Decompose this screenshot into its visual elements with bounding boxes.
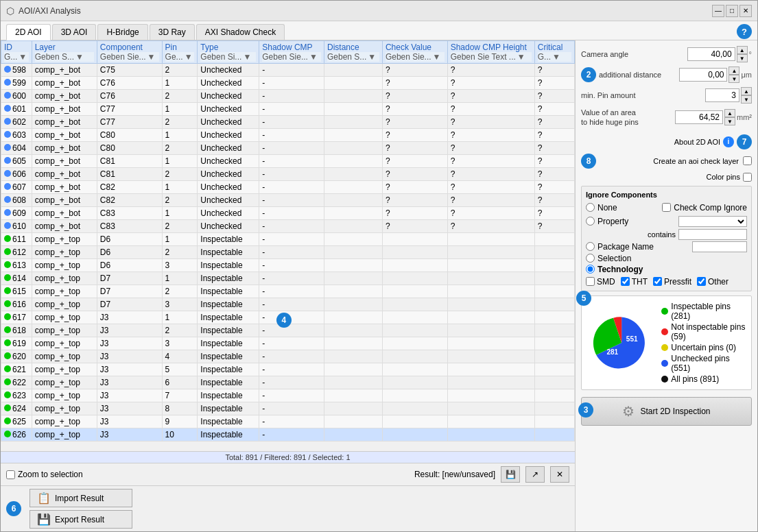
technology-radio-label[interactable]: Technology bbox=[586, 265, 747, 274]
table-row[interactable]: 599 comp_+_bot C76 1 Unchecked - ? ? ? bbox=[1, 77, 575, 90]
camera-angle-down[interactable]: ▼ bbox=[737, 54, 748, 62]
table-row[interactable]: 623 comp_+_top J3 7 Inspectable - bbox=[1, 389, 575, 402]
table-row[interactable]: 614 comp_+_top D7 1 Inspectable - bbox=[1, 272, 575, 285]
min-pin-input[interactable] bbox=[705, 88, 739, 102]
legend-not-inspectable: Not inspectable pins (59) bbox=[661, 322, 746, 341]
contains-row: contains bbox=[586, 229, 747, 240]
left-panel: 1 IDG...▼ LayerGeben S...▼ ComponentGebe… bbox=[1, 40, 576, 531]
export-button[interactable]: ↗ bbox=[525, 466, 545, 483]
pie-chart: 551 281 bbox=[587, 309, 656, 377]
pressfit-label[interactable]: Pressfit bbox=[653, 277, 691, 287]
other-checkbox[interactable] bbox=[697, 277, 706, 286]
table-row[interactable]: 624 comp_+_top J3 8 Inspectable - bbox=[1, 402, 575, 415]
export-result-button[interactable]: 💾 Export Result bbox=[29, 510, 132, 529]
tab-3dray[interactable]: 3D Ray bbox=[150, 24, 195, 40]
table-row[interactable]: 613 comp_+_top D6 3 Inspectable - bbox=[1, 259, 575, 272]
legend-all: All pins (891) bbox=[661, 374, 746, 384]
chart-label-551: 551 bbox=[626, 335, 638, 343]
maximize-button[interactable]: □ bbox=[726, 5, 738, 17]
table-row[interactable]: 622 comp_+_top J3 6 Inspectable - bbox=[1, 376, 575, 389]
table-row[interactable]: 598 comp_+_bot C75 2 Unchecked - ? ? ? bbox=[1, 64, 575, 77]
hide-pins-input[interactable] bbox=[675, 110, 723, 124]
table-container[interactable]: 1 IDG...▼ LayerGeben S...▼ ComponentGebe… bbox=[1, 40, 575, 451]
table-row[interactable]: 606 comp_+_bot C81 2 Unchecked - ? ? ? bbox=[1, 168, 575, 181]
min-pin-up[interactable]: ▲ bbox=[741, 87, 752, 95]
chart-label-281: 281 bbox=[606, 348, 618, 355]
package-name-radio[interactable] bbox=[586, 242, 595, 251]
close-button[interactable]: ✕ bbox=[739, 5, 752, 17]
table-row[interactable]: 607 comp_+_bot C82 1 Unchecked - ? ? ? bbox=[1, 181, 575, 194]
save-result-button[interactable]: 💾 bbox=[501, 466, 520, 483]
check-comp-ignore-label[interactable]: Check Comp Ignore bbox=[662, 203, 747, 213]
none-radio[interactable] bbox=[586, 203, 595, 212]
smd-checkbox[interactable] bbox=[586, 277, 595, 286]
zoom-checkbox[interactable] bbox=[6, 470, 15, 479]
package-name-input[interactable] bbox=[692, 241, 747, 252]
about-info-button[interactable]: i bbox=[723, 136, 734, 147]
property-row: Property bbox=[586, 215, 747, 228]
additional-distance-input[interactable] bbox=[679, 68, 727, 82]
table-row[interactable]: 605 comp_+_bot C81 1 Unchecked - ? ? ? bbox=[1, 155, 575, 168]
start-inspection-button[interactable]: ⚙ Start 2D Inspection bbox=[581, 397, 752, 426]
pressfit-checkbox[interactable] bbox=[653, 277, 662, 286]
add-dist-down[interactable]: ▼ bbox=[729, 75, 739, 83]
help-button[interactable]: ? bbox=[737, 24, 752, 39]
app-icon: ⬡ bbox=[6, 5, 14, 16]
table-row[interactable]: 602 comp_+_bot C77 2 Unchecked - ? ? ? bbox=[1, 116, 575, 129]
add-dist-up[interactable]: ▲ bbox=[729, 66, 739, 75]
import-result-button[interactable]: 📋 Import Result bbox=[29, 489, 132, 507]
minimize-button[interactable]: — bbox=[712, 5, 724, 17]
table-row[interactable]: 610 comp_+_bot C83 2 Unchecked - ? ? ? bbox=[1, 220, 575, 233]
property-select[interactable] bbox=[678, 216, 747, 227]
smd-label[interactable]: SMD bbox=[586, 277, 615, 287]
table-row[interactable]: 604 comp_+_bot C80 2 Unchecked - ? ? ? bbox=[1, 142, 575, 155]
table-row[interactable]: 621 comp_+_top J3 5 Inspectable - bbox=[1, 363, 575, 376]
camera-angle-up[interactable]: ▲ bbox=[737, 46, 748, 54]
start-btn-container: 3 ⚙ Start 2D Inspection bbox=[581, 394, 752, 426]
tab-3daoi[interactable]: 3D AOI bbox=[52, 24, 97, 40]
hide-pins-up[interactable]: ▲ bbox=[724, 109, 735, 117]
tab-axishadow[interactable]: AXI Shadow Check bbox=[196, 24, 285, 40]
main-window: ⬡ AOI/AXI Analysis — □ ✕ 2D AOI 3D AOI H… bbox=[0, 0, 758, 532]
table-row[interactable]: 626 comp_+_top J3 10 Inspectable - bbox=[1, 428, 575, 442]
selection-radio-label[interactable]: Selection bbox=[586, 254, 747, 263]
table-row[interactable]: 611 comp_+_top D6 1 Inspectable - bbox=[1, 233, 575, 246]
col-component: ComponentGeben Sie...▼ bbox=[97, 41, 162, 64]
table-row[interactable]: 612 comp_+_top D6 2 Inspectable - bbox=[1, 246, 575, 259]
table-row[interactable]: 619 comp_+_top J3 3 Inspectable - bbox=[1, 337, 575, 350]
tht-label[interactable]: THT bbox=[621, 277, 648, 287]
contains-input[interactable] bbox=[678, 229, 747, 240]
zoom-label[interactable]: Zoom to selection bbox=[6, 470, 83, 479]
camera-angle-row: Camera angle ▲ ▼ ° bbox=[581, 46, 752, 62]
none-radio-label[interactable]: None bbox=[586, 203, 617, 213]
hide-pins-label: Value of an areato hide huge pins bbox=[581, 108, 639, 128]
technology-radio[interactable] bbox=[586, 265, 595, 274]
table-row[interactable]: 609 comp_+_bot C83 1 Unchecked - ? ? ? bbox=[1, 207, 575, 220]
table-row[interactable]: 620 comp_+_top J3 4 Inspectable - bbox=[1, 350, 575, 363]
create-aoi-checkbox[interactable] bbox=[743, 156, 752, 165]
table-row[interactable]: 625 comp_+_top J3 9 Inspectable - bbox=[1, 415, 575, 428]
property-radio-label[interactable]: Property bbox=[586, 217, 628, 226]
table-row[interactable]: 600 comp_+_bot C76 2 Unchecked - ? ? ? bbox=[1, 90, 575, 103]
col-distance: DistanceGeben S...▼ bbox=[324, 41, 382, 64]
tab-2daoi[interactable]: 2D AOI bbox=[6, 24, 51, 40]
tht-checkbox[interactable] bbox=[621, 277, 630, 286]
table-row[interactable]: 615 comp_+_top D7 2 Inspectable - bbox=[1, 285, 575, 298]
close-result-button[interactable]: ✕ bbox=[550, 466, 569, 483]
property-radio[interactable] bbox=[586, 217, 595, 226]
min-pin-down[interactable]: ▼ bbox=[741, 95, 752, 104]
package-name-radio-label[interactable]: Package Name bbox=[586, 241, 747, 252]
unchecked-dot bbox=[661, 360, 668, 367]
tab-hbridge[interactable]: H-Bridge bbox=[97, 24, 147, 40]
color-pins-checkbox[interactable] bbox=[743, 173, 752, 182]
other-label[interactable]: Other bbox=[697, 277, 729, 287]
gear-icon: ⚙ bbox=[622, 403, 635, 420]
table-row[interactable]: 616 comp_+_top D7 3 Inspectable - bbox=[1, 298, 575, 311]
hide-pins-down[interactable]: ▼ bbox=[724, 117, 735, 125]
table-row[interactable]: 608 comp_+_bot C82 2 Unchecked - ? ? ? bbox=[1, 194, 575, 207]
selection-radio[interactable] bbox=[586, 254, 595, 263]
table-row[interactable]: 601 comp_+_bot C77 1 Unchecked - ? ? ? bbox=[1, 103, 575, 116]
camera-angle-input[interactable] bbox=[687, 47, 735, 61]
table-row[interactable]: 603 comp_+_bot C80 1 Unchecked - ? ? ? bbox=[1, 129, 575, 142]
check-comp-ignore-checkbox[interactable] bbox=[662, 203, 671, 212]
